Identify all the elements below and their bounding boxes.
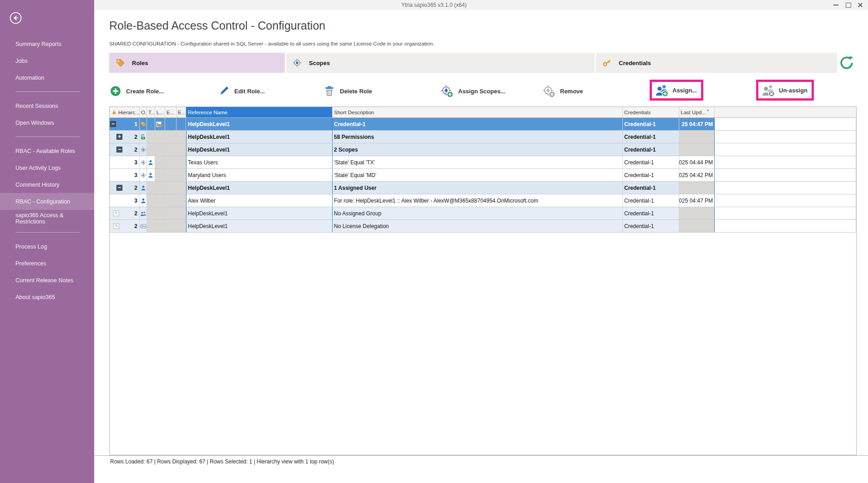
grid-body: −1HelpDeskLevel1Credential-1Credential-1… bbox=[110, 118, 856, 233]
trash-icon bbox=[323, 85, 335, 97]
expand-toggle-icon[interactable]: + bbox=[116, 134, 122, 140]
assign-scopes-button[interactable]: Assign Scopes... bbox=[439, 81, 505, 101]
sidebar-item-preferences[interactable]: Preferences bbox=[0, 255, 94, 272]
hierarchy-level: 2 bbox=[134, 185, 139, 191]
sidebar-item-rbac-configuration[interactable]: RBAC - Configuration bbox=[0, 193, 94, 210]
filler-cell bbox=[715, 156, 856, 168]
last-updated-cell: 25 04:47 PM bbox=[679, 118, 715, 130]
scope-cell bbox=[140, 169, 147, 181]
sidebar-item-open-windows[interactable]: Open Windows bbox=[0, 114, 94, 131]
tab-bar: Roles Scopes Credentials bbox=[109, 53, 837, 73]
sidebar-nav: Summary ReportsJobsAutomationRecent Sess… bbox=[0, 36, 94, 305]
collapse-toggle-icon[interactable]: − bbox=[116, 147, 122, 153]
create-role-button[interactable]: Create Role... bbox=[109, 81, 164, 101]
table-row[interactable]: ✎2HelpDeskLevel1No Assigned GroupCredent… bbox=[110, 207, 856, 220]
edit-role-button[interactable]: Edit Role... bbox=[217, 81, 265, 101]
scope-cell bbox=[140, 143, 147, 156]
back-button[interactable] bbox=[10, 12, 22, 24]
header-e2[interactable]: E... bbox=[177, 107, 186, 117]
refresh-icon[interactable] bbox=[839, 56, 854, 70]
header-reference-name[interactable]: Reference Name bbox=[186, 107, 333, 117]
hierarchy-cell: −1 bbox=[110, 118, 140, 130]
person-icon bbox=[147, 172, 154, 178]
sidebar-item-current-release-notes[interactable]: Current Release Notes bbox=[0, 272, 94, 289]
table-row[interactable]: 3Alex WilberFor role: HelpDeskLevel1 :: … bbox=[110, 194, 856, 207]
tab-roles[interactable]: Roles bbox=[109, 53, 285, 73]
sidebar-item-summary-reports[interactable]: Summary Reports bbox=[0, 36, 94, 52]
sidebar-divider bbox=[15, 137, 80, 137]
empty-cell bbox=[155, 182, 165, 194]
hierarchy-cell: +2 bbox=[110, 131, 140, 143]
unassign-button[interactable]: Un-assign bbox=[756, 80, 814, 101]
sidebar-item-rbac-available-roles[interactable]: RBAC - Available Roles bbox=[0, 142, 94, 159]
empty-cell bbox=[177, 143, 186, 156]
table-row[interactable]: −2HelpDeskLevel11 Assigned UserCredentia… bbox=[110, 182, 856, 194]
pencil-box-icon: ✎ bbox=[113, 210, 119, 216]
header-short-description[interactable]: Short Description bbox=[333, 107, 623, 117]
tab-credentials[interactable]: Credentials bbox=[596, 53, 837, 73]
hierarchy-level: 2 bbox=[134, 223, 139, 229]
last-updated-cell bbox=[679, 182, 715, 194]
header-t[interactable]: T... bbox=[147, 107, 155, 117]
table-row[interactable]: 3Maryland Users'State' Equal 'MD'Credent… bbox=[110, 169, 856, 182]
table-row[interactable]: 3Texas Users'State' Equal 'TX'Credential… bbox=[110, 156, 856, 169]
minimize-button[interactable] bbox=[829, 0, 843, 10]
pencil-icon bbox=[218, 85, 230, 97]
empty-cell bbox=[147, 143, 155, 156]
person-cell bbox=[140, 182, 147, 194]
delete-role-label: Delete Role bbox=[340, 88, 372, 95]
assign-scopes-label: Assign Scopes... bbox=[458, 88, 505, 95]
edit-role-label: Edit Role... bbox=[234, 88, 265, 95]
sidebar-item-comment-history[interactable]: Comment History bbox=[0, 176, 94, 193]
assign-button[interactable]: Assign... bbox=[650, 80, 703, 101]
sidebar-item-recent-sessions[interactable]: Recent Sessions bbox=[0, 97, 94, 114]
sidebar-item-jobs[interactable]: Jobs bbox=[0, 52, 94, 69]
delete-role-button[interactable]: Delete Role bbox=[323, 81, 372, 101]
table-row[interactable]: ✎2HelpDeskLevel1No License DelegationCre… bbox=[110, 220, 856, 233]
credentials-cell: Credential-1 bbox=[623, 207, 679, 219]
sidebar-item-about-sapio365[interactable]: About sapio365 bbox=[0, 289, 94, 305]
sidebar-item-sapio365-access-restrictions[interactable]: sapio365 Access & Restrictions bbox=[0, 210, 94, 227]
reference-name-cell: Alex Wilber bbox=[186, 194, 333, 207]
group-icon bbox=[140, 210, 146, 217]
hierarchy-cell: −2 bbox=[110, 182, 140, 194]
last-updated-cell bbox=[679, 207, 715, 219]
close-icon bbox=[858, 2, 863, 8]
short-description-cell: For role: HelpDeskLevel1 :: Alex Wilber … bbox=[333, 194, 623, 207]
table-row[interactable]: +2HelpDeskLevel158 PermissionsCredential… bbox=[110, 131, 856, 143]
reference-name-cell: HelpDeskLevel1 bbox=[186, 220, 333, 232]
header-credentials[interactable]: Credentials bbox=[623, 107, 679, 117]
hierarchy-level: 3 bbox=[134, 159, 139, 166]
table-row[interactable]: −2HelpDeskLevel12 ScopesCredential-1 bbox=[110, 143, 856, 156]
status-text: Rows Loaded: 67 | Rows Displayed: 67 | R… bbox=[110, 458, 334, 465]
header-e1[interactable]: E... bbox=[165, 107, 177, 117]
last-updated-cell bbox=[679, 131, 715, 143]
sidebar-item-automation[interactable]: Automation bbox=[0, 69, 94, 86]
empty-cell bbox=[147, 182, 155, 194]
short-description-cell: 2 Scopes bbox=[333, 143, 623, 156]
empty-cell bbox=[177, 220, 186, 232]
create-role-label: Create Role... bbox=[126, 88, 164, 95]
tab-scopes[interactable]: Scopes bbox=[286, 53, 595, 73]
hierarchy-level: 2 bbox=[134, 134, 139, 140]
close-button[interactable] bbox=[853, 0, 867, 10]
status-bar: Rows Loaded: 67 | Rows Displayed: 67 | R… bbox=[94, 455, 868, 468]
remove-button[interactable]: Remove bbox=[541, 81, 583, 101]
empty-cell bbox=[165, 182, 177, 194]
header-l[interactable]: L... bbox=[155, 107, 165, 117]
collapse-toggle-icon[interactable]: − bbox=[116, 185, 122, 191]
table-row[interactable]: −1HelpDeskLevel1Credential-1Credential-1… bbox=[110, 118, 856, 131]
header-last-updated[interactable]: Last Upd... bbox=[679, 107, 715, 117]
chart-cell bbox=[155, 118, 165, 130]
empty-cell bbox=[177, 118, 186, 130]
sidebar-item-user-activity-logs[interactable]: User Activity Logs bbox=[0, 159, 94, 176]
empty-cell bbox=[155, 194, 165, 207]
collapse-toggle-icon[interactable]: − bbox=[110, 121, 116, 127]
credentials-cell: Credential-1 bbox=[623, 143, 679, 156]
header-o[interactable]: O... bbox=[140, 107, 147, 117]
data-grid: Hierarc... O... T... L... E... E... Refe… bbox=[109, 107, 857, 455]
sidebar-item-process-log[interactable]: Process Log bbox=[0, 238, 94, 255]
empty-cell bbox=[177, 207, 186, 219]
hierarchy-level: 1 bbox=[134, 121, 139, 127]
header-hierarchy[interactable]: Hierarc... bbox=[110, 107, 140, 117]
